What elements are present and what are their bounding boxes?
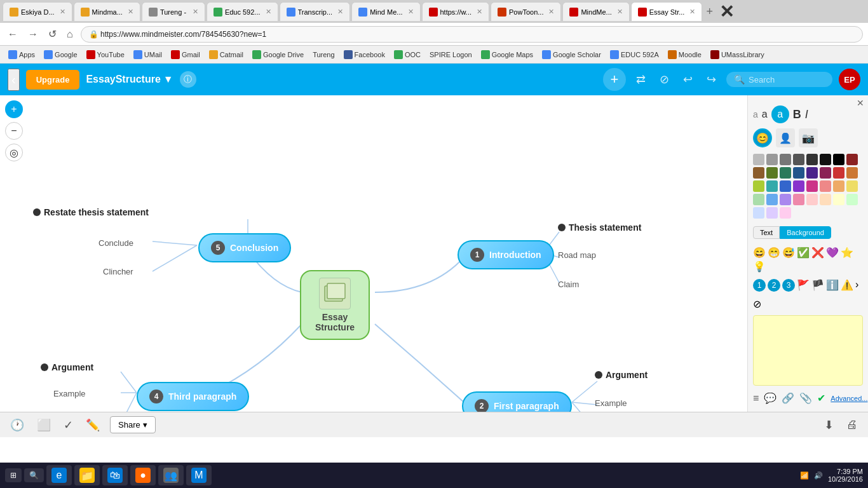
center-map-btn[interactable]: ◎ — [5, 144, 23, 161]
tab-eskiya[interactable]: Eskiya D... ✕ — [3, 2, 72, 21]
new-tab-btn[interactable]: + — [706, 6, 713, 17]
claim-node[interactable]: Claim — [558, 280, 579, 289]
bm-spire[interactable]: SPIRE Logon — [426, 50, 475, 60]
file-manager-btn[interactable]: 📁 — [74, 465, 100, 485]
font-italic-btn[interactable]: I — [805, 108, 808, 121]
tab-close-btn[interactable]: ✕ — [548, 8, 554, 16]
color-swatch[interactable] — [820, 167, 831, 179]
smiley-icon-btn[interactable]: 😊 — [753, 128, 772, 147]
undo-btn[interactable]: ↩ — [679, 70, 696, 89]
app-back-btn[interactable]: ‹ — [8, 69, 20, 91]
text-tab-btn[interactable]: Text — [753, 226, 780, 239]
url-bar[interactable]: 🔒 https://www.mindmeister.com/784545630?… — [81, 26, 863, 43]
comment-icon[interactable]: 💬 — [764, 392, 776, 404]
bm-gdrive[interactable]: Google Drive — [249, 49, 307, 60]
attachment-icon[interactable]: 📎 — [799, 392, 812, 404]
bm-moodle[interactable]: Moodle — [665, 49, 705, 60]
thesis-statement-node[interactable]: Thesis statement — [558, 222, 641, 233]
clincher-node[interactable]: Clincher — [103, 267, 133, 276]
conclude-node[interactable]: Conclude — [98, 238, 133, 248]
upgrade-btn[interactable]: Upgrade — [26, 70, 80, 90]
emoji-warn[interactable]: ⚠️ — [841, 279, 853, 292]
color-swatch[interactable] — [766, 167, 778, 179]
redo-btn[interactable]: ↪ — [703, 70, 720, 89]
metro-btn[interactable]: M — [186, 465, 212, 485]
search-input[interactable] — [749, 75, 825, 85]
emoji-3[interactable]: 3 — [782, 279, 795, 292]
bm-scholar[interactable]: Google Scholar — [539, 49, 604, 60]
background-tab-btn[interactable]: Background — [780, 226, 831, 239]
color-swatch[interactable] — [793, 167, 804, 179]
tab-close-btn[interactable]: ✕ — [477, 8, 482, 16]
tp-example-node[interactable]: Example — [53, 389, 86, 398]
color-swatch[interactable] — [766, 194, 778, 205]
advanced-link[interactable]: Advanced... — [831, 395, 867, 402]
share-dropdown[interactable]: Share ▾ — [110, 416, 156, 433]
color-swatch[interactable] — [753, 180, 764, 192]
color-swatch[interactable] — [780, 180, 791, 192]
color-swatch[interactable] — [806, 167, 818, 179]
restate-thesis-node[interactable]: Restate thesis statement — [33, 207, 149, 217]
bm-catmail[interactable]: Catmail — [206, 49, 247, 60]
color-swatch[interactable] — [820, 180, 831, 192]
history-btn[interactable]: 🕐 — [8, 416, 27, 435]
bm-google[interactable]: Google — [41, 49, 80, 60]
tab-mindme[interactable]: Mind Me... ✕ — [351, 2, 420, 21]
tab-close-btn[interactable]: ✕ — [128, 8, 133, 16]
edit-btn[interactable]: ✏️ — [83, 416, 102, 435]
emoji-flag-green[interactable]: 🏴 — [811, 279, 824, 292]
emoji-no[interactable]: ⊘ — [753, 299, 761, 309]
fp-example-node[interactable]: Example — [595, 398, 627, 408]
tab-close-btn[interactable]: ✕ — [689, 8, 695, 16]
color-swatch[interactable] — [780, 194, 791, 205]
font-small-btn[interactable]: a — [753, 109, 758, 119]
color-swatch[interactable] — [793, 154, 804, 165]
road-map-node[interactable]: Road map — [558, 250, 596, 260]
font-large-btn[interactable]: a — [771, 105, 789, 123]
emoji-x-circle[interactable]: ❌ — [811, 247, 824, 259]
home-btn[interactable]: ⌂ — [64, 27, 76, 41]
emoji-check-circle[interactable]: ✅ — [797, 247, 810, 259]
font-medium-btn[interactable]: a — [762, 109, 768, 120]
zoom-out-btn[interactable]: − — [5, 122, 23, 140]
color-swatch[interactable] — [820, 194, 831, 205]
bm-gmaps[interactable]: Google Maps — [478, 49, 536, 60]
download-btn[interactable]: ⬇ — [822, 416, 836, 435]
color-swatch[interactable] — [780, 154, 791, 165]
search-box[interactable]: 🔍 — [726, 72, 832, 87]
person-icon-btn[interactable]: 👤 — [776, 128, 795, 147]
center-node[interactable]: EssayStructure — [300, 270, 370, 340]
tab-mindmap[interactable]: Mindma... ✕ — [74, 2, 140, 21]
no-sharing-btn[interactable]: ⊘ — [656, 70, 673, 89]
add-node-btn[interactable]: + — [603, 68, 626, 91]
edge-btn[interactable]: e — [46, 465, 72, 485]
color-swatch[interactable] — [846, 167, 858, 179]
start-btn[interactable]: ⊞ — [5, 468, 22, 482]
emoji-bulb[interactable]: 💡 — [753, 261, 766, 273]
emoji-2[interactable]: 2 — [768, 279, 780, 292]
unknown-btn[interactable]: ● — [130, 465, 156, 485]
app-title[interactable]: EssayStructure ▼ — [86, 74, 173, 85]
zoom-in-btn[interactable]: + — [5, 100, 23, 118]
tab-close-btn[interactable]: ✕ — [408, 8, 414, 16]
tab-close-btn[interactable]: ✕ — [193, 8, 198, 16]
tab-close-btn[interactable]: ✕ — [266, 8, 271, 16]
panel-close-btn[interactable]: ✕ — [857, 98, 864, 108]
emoji-heart[interactable]: 💜 — [826, 247, 839, 259]
bm-ooc[interactable]: OOC — [391, 49, 424, 60]
color-swatch[interactable] — [806, 180, 818, 192]
color-swatch[interactable] — [806, 194, 818, 205]
tab-essay-active[interactable]: Essay Str... ✕ — [631, 2, 703, 21]
tab-https[interactable]: https://w... ✕ — [422, 2, 490, 21]
color-swatch[interactable] — [833, 194, 844, 205]
forward-btn[interactable]: → — [25, 27, 41, 41]
bm-youtube[interactable]: YouTube — [83, 49, 128, 60]
tab-educ[interactable]: Educ 592... ✕ — [207, 2, 278, 21]
tab-powtoon[interactable]: PowToon... ✕ — [491, 2, 561, 21]
color-swatch[interactable] — [806, 154, 818, 165]
reload-btn[interactable]: ↺ — [46, 27, 59, 41]
third-paragraph-node[interactable]: 4 Third paragraph — [137, 382, 249, 411]
user-avatar[interactable]: EP — [839, 69, 860, 90]
emoji-1[interactable]: 1 — [753, 279, 766, 292]
checklist-btn[interactable]: ✓ — [61, 416, 76, 435]
